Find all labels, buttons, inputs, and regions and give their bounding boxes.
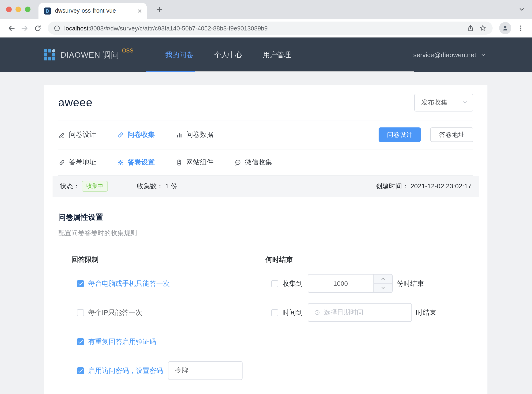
- page-background: aweee 发布收集 问卷设计 问卷收集: [0, 72, 532, 394]
- nav-item-user-management[interactable]: 用户管理: [253, 37, 301, 72]
- option-row-collect-count: 收集到 1000 份时结: [266, 274, 473, 293]
- device-once-checkbox[interactable]: [77, 280, 84, 287]
- option-row-password: 启用访问密码，设置密码 令牌: [71, 361, 266, 380]
- collect-count-option-label[interactable]: 收集到: [282, 279, 303, 288]
- bookmark-star-icon[interactable]: [477, 21, 489, 35]
- primary-tabs: 问卷设计 问卷收集 问卷数据 问卷设计 答卷地址: [58, 120, 473, 150]
- back-icon[interactable]: [5, 21, 18, 35]
- end-conditions-column: 何时结束 收集到 1000: [266, 255, 473, 390]
- number-spinner: [373, 275, 392, 292]
- url-text[interactable]: localhost:8083/#/dw/survey/c/attr/c98fa1…: [64, 25, 464, 32]
- account-menu[interactable]: service@diaowen.net: [413, 51, 486, 59]
- tab-label: 答卷地址: [69, 158, 96, 167]
- option-row-end-time: 时间到 选择日期时间 时结束: [266, 303, 473, 322]
- widget-tag-icon: [176, 159, 183, 166]
- tab-label: 微信收集: [245, 158, 272, 167]
- publish-collect-select[interactable]: 发布收集: [414, 93, 473, 111]
- close-window-button[interactable]: [6, 7, 12, 12]
- collect-count-number-input[interactable]: 1000: [308, 274, 392, 293]
- tab-wechat-collect[interactable]: 微信收集: [234, 158, 272, 167]
- created-time-label: 创建时间：: [376, 182, 409, 190]
- tab-search-chevron-icon[interactable]: [517, 5, 526, 14]
- collect-count-checkbox[interactable]: [271, 280, 278, 287]
- end-time-suffix: 时结束: [416, 308, 436, 317]
- created-time: 创建时间： 2021-12-02 23:02:17: [376, 182, 472, 190]
- nav-active-underline: [146, 71, 195, 72]
- collect-count-suffix: 份时结束: [397, 279, 424, 288]
- spinner-down-icon[interactable]: [374, 284, 392, 292]
- site-favicon: D: [44, 7, 51, 14]
- tab-label: 问卷收集: [128, 130, 155, 139]
- chevron-down-icon: [480, 52, 486, 58]
- tab-survey-data[interactable]: 问卷数据: [176, 130, 213, 139]
- diaowen-logo-icon: [44, 49, 56, 61]
- captcha-label[interactable]: 有重复回答启用验证码: [88, 337, 156, 346]
- tab-close-icon[interactable]: [136, 7, 143, 14]
- spinner-up-icon[interactable]: [374, 275, 392, 284]
- tab-label: 问卷数据: [186, 130, 213, 139]
- end-time-date-input[interactable]: 选择日期时间: [308, 303, 412, 322]
- browser-tab[interactable]: D dwsurvey-oss-front-vue: [38, 3, 147, 19]
- pencil-icon: [58, 131, 66, 138]
- reload-icon[interactable]: [31, 21, 44, 35]
- share-icon[interactable]: [464, 21, 477, 35]
- password-checkbox[interactable]: [77, 367, 84, 374]
- end-conditions-heading: 何时结束: [266, 255, 473, 264]
- answer-limits-heading: 回答限制: [71, 255, 266, 264]
- captcha-checkbox[interactable]: [77, 338, 84, 345]
- browser-tabstrip: D dwsurvey-oss-front-vue: [0, 0, 532, 19]
- tab-answer-address[interactable]: 答卷地址: [58, 158, 96, 167]
- settings-columns: 回答限制 每台电脑或手机只能答一次 每个IP只能答一次 有重复回答启用验证码: [58, 255, 473, 390]
- answer-address-button[interactable]: 答卷地址: [430, 127, 473, 142]
- clock-icon: [314, 309, 320, 316]
- survey-design-button[interactable]: 问卷设计: [379, 127, 421, 142]
- end-time-option-label[interactable]: 时间到: [282, 308, 303, 317]
- chevron-down-icon: [462, 99, 468, 105]
- zoom-window-button[interactable]: [25, 7, 31, 12]
- tab-answer-settings[interactable]: 答卷设置: [117, 158, 155, 167]
- browser-profile-avatar[interactable]: [499, 22, 511, 34]
- collect-count: 收集数： 1 份: [137, 182, 177, 190]
- status-bar: 状态： 收集中 收集数： 1 份 创建时间： 2021-12-02 23:02:…: [53, 176, 479, 197]
- app-header: DIAOWEN 调问 OSS 我的问卷 个人中心 用户管理 service@di…: [0, 37, 532, 72]
- tab-survey-design[interactable]: 问卷设计: [58, 130, 96, 139]
- collect-count-value: 1 份: [165, 182, 177, 190]
- brand-name: DIAOWEN 调问: [60, 49, 119, 60]
- survey-title-row: aweee 发布收集: [58, 85, 473, 120]
- tab-site-widget[interactable]: 网站组件: [176, 158, 213, 167]
- minimize-window-button[interactable]: [16, 7, 21, 12]
- publish-collect-value: 发布收集: [421, 98, 447, 107]
- url-bar[interactable]: localhost:8083/#/dw/survey/c/attr/c98fa1…: [48, 21, 493, 35]
- account-email: service@diaowen.net: [413, 51, 476, 59]
- end-time-checkbox[interactable]: [271, 309, 278, 316]
- browser-menu-kebab-icon[interactable]: [514, 21, 527, 35]
- survey-title: aweee: [58, 96, 92, 109]
- tab-label: 答卷设置: [128, 158, 155, 167]
- link-icon: [117, 131, 124, 138]
- link-icon: [58, 159, 66, 166]
- password-input[interactable]: 令牌: [168, 361, 242, 380]
- forward-icon[interactable]: [18, 21, 31, 35]
- nav-item-my-surveys[interactable]: 我的问卷: [155, 37, 204, 72]
- nav-item-personal-center[interactable]: 个人中心: [204, 37, 253, 72]
- option-row-captcha: 有重复回答启用验证码: [71, 332, 266, 351]
- bar-chart-icon: [176, 131, 183, 138]
- url-path: :8083/#/dw/survey/c/attr/c98fa140-50b7-4…: [88, 25, 268, 32]
- browser-toolbar: localhost:8083/#/dw/survey/c/attr/c98fa1…: [0, 19, 532, 37]
- wechat-bubble-icon: [234, 159, 242, 166]
- tab-survey-collect[interactable]: 问卷收集: [117, 130, 155, 139]
- date-placeholder: 选择日期时间: [324, 308, 363, 317]
- section-title: 问卷属性设置: [58, 213, 473, 223]
- status-label: 状态：: [60, 182, 80, 190]
- brand-logo[interactable]: DIAOWEN 调问 OSS: [44, 49, 133, 61]
- tab-label: 问卷设计: [69, 130, 96, 139]
- new-tab-button[interactable]: [153, 3, 166, 16]
- device-once-label[interactable]: 每台电脑或手机只能答一次: [88, 279, 170, 288]
- info-icon[interactable]: [53, 25, 60, 32]
- collect-count-label: 收集数：: [137, 182, 163, 190]
- password-label[interactable]: 启用访问密码，设置密码: [88, 366, 163, 375]
- ip-once-label[interactable]: 每个IP只能答一次: [88, 308, 142, 317]
- ip-once-checkbox[interactable]: [77, 309, 84, 316]
- collect-count-number-value[interactable]: 1000: [308, 275, 373, 292]
- section-subtitle: 配置问卷答卷时的收集规则: [58, 229, 473, 238]
